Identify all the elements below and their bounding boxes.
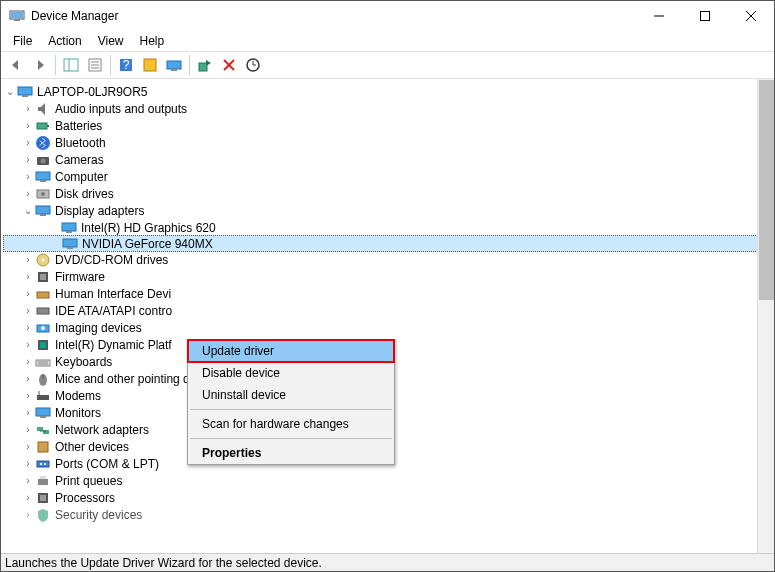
menu-file[interactable]: File bbox=[5, 32, 40, 50]
tree-node-computer[interactable]: ›Computer bbox=[3, 168, 774, 185]
tree-node-label: IDE ATA/ATAPI contro bbox=[55, 304, 172, 318]
svg-rect-22 bbox=[18, 87, 32, 95]
menubar: File Action View Help bbox=[1, 31, 774, 51]
ctx-disable-device[interactable]: Disable device bbox=[188, 362, 394, 384]
tree-node-processors[interactable]: ›Processors bbox=[3, 489, 774, 506]
expand-icon[interactable]: › bbox=[21, 154, 35, 165]
uninstall-device-icon[interactable] bbox=[218, 54, 240, 76]
tree-root[interactable]: ⌄ LAPTOP-0LJR9OR5 bbox=[3, 83, 774, 100]
ctx-uninstall-device[interactable]: Uninstall device bbox=[188, 384, 394, 406]
menu-action[interactable]: Action bbox=[40, 32, 89, 50]
expand-icon[interactable]: › bbox=[21, 322, 35, 333]
svg-rect-64 bbox=[44, 463, 46, 465]
processor-icon bbox=[35, 490, 51, 506]
update-driver-icon[interactable] bbox=[163, 54, 185, 76]
expand-icon[interactable]: › bbox=[21, 120, 35, 131]
expand-icon[interactable]: › bbox=[21, 390, 35, 401]
expand-icon[interactable]: › bbox=[21, 339, 35, 350]
ports-icon bbox=[35, 456, 51, 472]
tree-node-security[interactable]: ›Security devices bbox=[3, 506, 774, 523]
svg-point-40 bbox=[42, 258, 45, 261]
ide-icon bbox=[35, 303, 51, 319]
expand-icon[interactable]: › bbox=[21, 288, 35, 299]
enable-device-icon[interactable] bbox=[194, 54, 216, 76]
svg-rect-4 bbox=[701, 12, 710, 21]
ctx-update-driver[interactable]: Update driver bbox=[188, 340, 394, 362]
svg-point-32 bbox=[41, 192, 45, 196]
svg-rect-62 bbox=[37, 461, 49, 467]
scan-icon[interactable] bbox=[139, 54, 161, 76]
menu-help[interactable]: Help bbox=[132, 32, 173, 50]
help-icon[interactable]: ? bbox=[115, 54, 137, 76]
expand-icon[interactable]: › bbox=[21, 271, 35, 282]
svg-rect-33 bbox=[36, 206, 50, 214]
tree-node-print[interactable]: ›Print queues bbox=[3, 472, 774, 489]
tree-node-ide[interactable]: ›IDE ATA/ATAPI contro bbox=[3, 302, 774, 319]
expand-icon[interactable]: › bbox=[21, 492, 35, 503]
svg-rect-34 bbox=[40, 214, 46, 216]
expand-icon[interactable]: › bbox=[21, 254, 35, 265]
svg-rect-42 bbox=[40, 274, 46, 280]
expand-icon[interactable]: › bbox=[21, 441, 35, 452]
tree-node-intel-graphics[interactable]: Intel(R) HD Graphics 620 bbox=[3, 219, 774, 236]
mouse-icon bbox=[35, 371, 51, 387]
scrollbar-thumb[interactable] bbox=[759, 80, 774, 300]
tree-node-nvidia[interactable]: NVIDIA GeForce 940MX bbox=[3, 235, 774, 252]
keyboard-icon bbox=[35, 354, 51, 370]
expand-icon[interactable]: › bbox=[21, 137, 35, 148]
tree-node-dvd[interactable]: ›DVD/CD-ROM drives bbox=[3, 251, 774, 268]
tree-root-label: LAPTOP-0LJR9OR5 bbox=[37, 85, 148, 99]
vertical-scrollbar[interactable] bbox=[757, 79, 774, 555]
tree-node-hid[interactable]: ›Human Interface Devi bbox=[3, 285, 774, 302]
expand-icon[interactable]: › bbox=[21, 373, 35, 384]
expand-icon[interactable]: › bbox=[21, 171, 35, 182]
toolbar-sep bbox=[55, 55, 56, 75]
ctx-properties[interactable]: Properties bbox=[188, 442, 394, 464]
printer-icon bbox=[35, 473, 51, 489]
expand-icon[interactable]: › bbox=[21, 509, 35, 520]
expand-icon[interactable]: › bbox=[21, 407, 35, 418]
tree-node-cameras[interactable]: ›Cameras bbox=[3, 151, 774, 168]
security-icon bbox=[35, 507, 51, 523]
expand-icon[interactable]: › bbox=[21, 458, 35, 469]
tree-node-disk[interactable]: ›Disk drives bbox=[3, 185, 774, 202]
svg-rect-2 bbox=[11, 12, 23, 18]
svg-rect-29 bbox=[36, 172, 50, 180]
other-icon bbox=[35, 439, 51, 455]
menu-view[interactable]: View bbox=[90, 32, 132, 50]
close-button[interactable] bbox=[728, 1, 774, 31]
scan-hardware-icon[interactable] bbox=[242, 54, 264, 76]
tree-node-display-adapters[interactable]: ⌄Display adapters bbox=[3, 202, 774, 219]
expand-icon[interactable]: › bbox=[21, 188, 35, 199]
tree-node-label: Bluetooth bbox=[55, 136, 106, 150]
collapse-icon[interactable]: ⌄ bbox=[3, 86, 17, 97]
forward-icon[interactable] bbox=[29, 54, 51, 76]
svg-rect-25 bbox=[47, 125, 49, 127]
expand-icon[interactable]: › bbox=[21, 103, 35, 114]
toolbar-sep bbox=[110, 55, 111, 75]
expand-icon[interactable]: › bbox=[21, 305, 35, 316]
tree-node-audio[interactable]: ›Audio inputs and outputs bbox=[3, 100, 774, 117]
tree-node-bluetooth[interactable]: ›Bluetooth bbox=[3, 134, 774, 151]
svg-rect-54 bbox=[37, 395, 49, 400]
show-hide-tree-icon[interactable] bbox=[60, 54, 82, 76]
expand-icon[interactable]: › bbox=[21, 475, 35, 486]
minimize-button[interactable] bbox=[636, 1, 682, 31]
ctx-scan-hardware[interactable]: Scan for hardware changes bbox=[188, 413, 394, 435]
tree-node-batteries[interactable]: ›Batteries bbox=[3, 117, 774, 134]
properties-icon[interactable] bbox=[84, 54, 106, 76]
expand-icon[interactable]: › bbox=[21, 424, 35, 435]
monitor-icon bbox=[35, 405, 51, 421]
tree-node-imaging[interactable]: ›Imaging devices bbox=[3, 319, 774, 336]
back-icon[interactable] bbox=[5, 54, 27, 76]
maximize-button[interactable] bbox=[682, 1, 728, 31]
collapse-icon[interactable]: ⌄ bbox=[21, 205, 35, 216]
display-icon bbox=[62, 236, 78, 252]
tree-node-label: Intel(R) HD Graphics 620 bbox=[81, 221, 216, 235]
app-icon bbox=[9, 8, 25, 24]
tree-node-firmware[interactable]: ›Firmware bbox=[3, 268, 774, 285]
svg-rect-38 bbox=[67, 247, 73, 249]
tree-node-label: Network adapters bbox=[55, 423, 149, 437]
expand-icon[interactable]: › bbox=[21, 356, 35, 367]
tree-node-label: Processors bbox=[55, 491, 115, 505]
